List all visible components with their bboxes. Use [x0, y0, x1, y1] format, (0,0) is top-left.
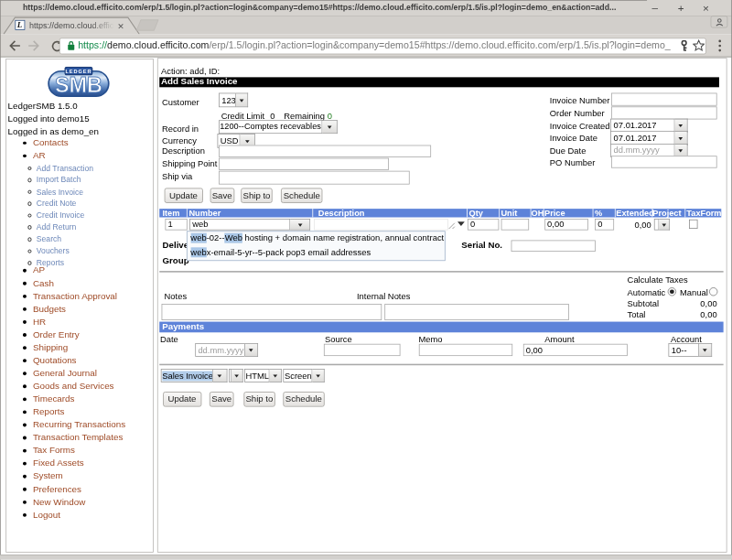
svg-text:SMB: SMB [55, 73, 102, 97]
svg-text:LEDGER: LEDGER [65, 69, 92, 74]
